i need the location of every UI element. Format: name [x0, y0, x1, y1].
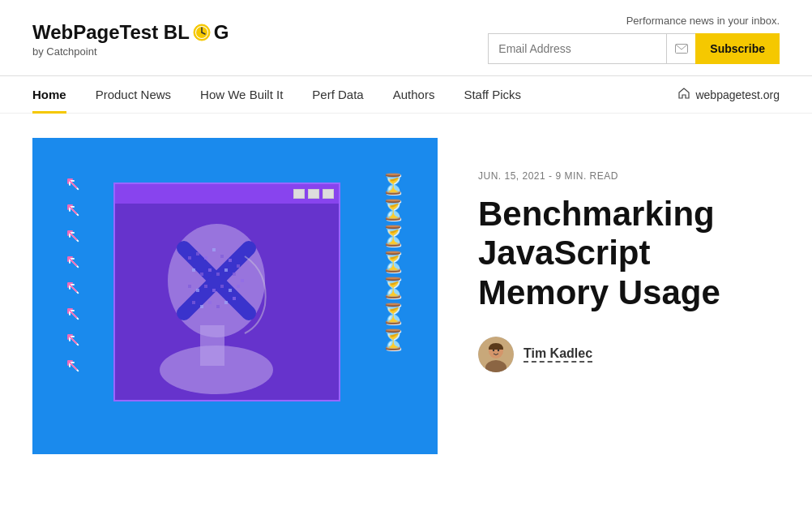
- hourglass-col: ⏳ ⏳ ⏳ ⏳ ⏳ ⏳ ⏳: [381, 174, 405, 350]
- cursor-arrow-1: ↖: [65, 174, 79, 192]
- retro-illustration: ↖ ↖ ↖ ↖ ↖ ↖ ↖ ↖: [65, 158, 405, 434]
- hourglass-2: ⏳: [381, 200, 405, 220]
- svg-rect-15: [220, 255, 224, 258]
- email-input[interactable]: [488, 33, 666, 64]
- win-btn-max: [308, 189, 319, 199]
- clock-icon: [191, 22, 212, 43]
- hourglass-7: ⏳: [381, 330, 405, 350]
- subscribe-row: Subscribe: [488, 33, 780, 64]
- svg-rect-17: [237, 264, 240, 268]
- cursor-arrow-4: ↖: [65, 252, 79, 270]
- subscribe-button[interactable]: Subscribe: [695, 33, 780, 64]
- svg-rect-37: [233, 297, 236, 300]
- cursor-arrows: ↖ ↖ ↖ ↖ ↖ ↖ ↖ ↖: [65, 174, 79, 374]
- cursor-arrow-7: ↖: [65, 330, 79, 348]
- external-link[interactable]: webpagetest.org: [677, 87, 780, 103]
- main-content: ↖ ↖ ↖ ↖ ↖ ↖ ↖ ↖: [0, 114, 812, 487]
- logo-subtitle: by Catchpoint: [32, 45, 229, 58]
- svg-rect-36: [224, 301, 228, 304]
- hourglass-5: ⏳: [381, 278, 405, 298]
- svg-rect-19: [200, 273, 203, 276]
- svg-rect-11: [188, 256, 191, 260]
- svg-rect-12: [196, 252, 199, 255]
- svg-rect-23: [233, 273, 236, 276]
- hourglass-1: ⏳: [381, 174, 405, 194]
- svg-rect-30: [229, 289, 232, 292]
- subscribe-tagline: Performance news in your inbox.: [626, 15, 780, 27]
- svg-rect-22: [224, 268, 228, 272]
- win-btn-min: [293, 189, 305, 199]
- external-link-label: webpagetest.org: [695, 88, 780, 101]
- svg-rect-29: [220, 285, 224, 288]
- article-image: ↖ ↖ ↖ ↖ ↖ ↖ ↖ ↖: [32, 138, 438, 454]
- nav-item-how-we-built-it[interactable]: How We Built It: [186, 76, 297, 113]
- svg-rect-27: [204, 285, 207, 288]
- svg-rect-32: [192, 301, 195, 304]
- hourglass-4: ⏳: [381, 252, 405, 272]
- subscribe-block: Performance news in your inbox. Subscrib…: [488, 15, 780, 64]
- article-info: JUN. 15, 2021 - 9 MIN. READ Benchmarking…: [478, 138, 780, 372]
- svg-rect-25: [188, 285, 191, 288]
- cursor-arrow-6: ↖: [65, 304, 79, 322]
- logo-text-part1: WebPageTest BL: [32, 21, 190, 44]
- author-name[interactable]: Tim Kadlec: [524, 346, 592, 363]
- logo-block: WebPageTest BL G by Catchpoint: [32, 21, 229, 58]
- svg-rect-21: [216, 273, 220, 276]
- window-titlebar: [115, 184, 339, 204]
- site-logo[interactable]: WebPageTest BL G: [32, 21, 229, 44]
- svg-point-42: [498, 350, 499, 351]
- svg-rect-14: [212, 248, 216, 251]
- svg-rect-31: [237, 285, 240, 288]
- svg-rect-26: [196, 289, 199, 292]
- svg-point-8: [160, 346, 273, 394]
- cursor-arrow-8: ↖: [65, 356, 79, 374]
- cursor-arrow-5: ↖: [65, 278, 79, 296]
- svg-rect-33: [200, 305, 203, 308]
- nav-item-staff-picks[interactable]: Staff Picks: [449, 76, 536, 113]
- nav-left: Home Product News How We Built It Perf D…: [32, 76, 536, 113]
- article-meta: JUN. 15, 2021 - 9 MIN. READ: [478, 170, 780, 182]
- window-box: [113, 182, 340, 401]
- svg-rect-18: [192, 268, 195, 272]
- svg-rect-24: [241, 279, 244, 282]
- win-btn-close: [323, 189, 334, 199]
- home-icon: [677, 87, 690, 103]
- nav-item-perf-data[interactable]: Perf Data: [297, 76, 378, 113]
- svg-rect-16: [229, 259, 232, 262]
- logo-text-part2: G: [214, 21, 229, 44]
- nav-item-home[interactable]: Home: [32, 76, 81, 113]
- author-avatar[interactable]: [478, 337, 514, 372]
- author-row: Tim Kadlec: [478, 337, 780, 372]
- svg-point-41: [493, 350, 494, 351]
- cursor-arrow-2: ↖: [65, 200, 79, 218]
- nav-bar: Home Product News How We Built It Perf D…: [0, 75, 812, 114]
- svg-rect-20: [208, 268, 212, 272]
- head-silhouette-svg: [139, 208, 301, 394]
- hourglass-3: ⏳: [381, 226, 405, 246]
- svg-rect-13: [204, 256, 207, 260]
- nav-item-authors[interactable]: Authors: [378, 76, 450, 113]
- svg-rect-35: [216, 305, 220, 308]
- window-content: [115, 204, 339, 400]
- svg-rect-34: [208, 301, 212, 304]
- nav-item-product-news[interactable]: Product News: [81, 76, 186, 113]
- email-icon: [666, 33, 695, 64]
- cursor-arrow-3: ↖: [65, 226, 79, 244]
- article-title: Benchmarking JavaScript Memory Usage: [478, 195, 780, 312]
- hourglass-6: ⏳: [381, 304, 405, 324]
- svg-rect-28: [212, 289, 216, 292]
